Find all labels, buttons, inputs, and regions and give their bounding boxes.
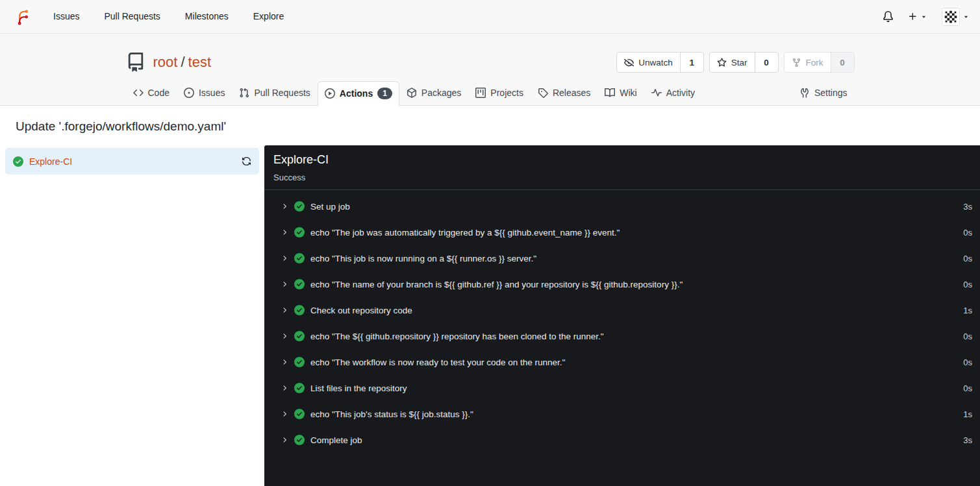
- notifications-bell-icon[interactable]: [883, 11, 894, 22]
- step-name: List files in the repository: [310, 383, 957, 393]
- tab-packages[interactable]: Packages: [399, 80, 468, 105]
- step-duration: 0s: [963, 280, 972, 289]
- fork-button: Fork: [785, 53, 831, 72]
- actions-count-badge: 1: [377, 88, 392, 99]
- job-status-text: Success: [273, 173, 971, 182]
- book-icon: [605, 88, 615, 98]
- step-row[interactable]: echo "The ${{ github.repository }} repos…: [281, 323, 972, 349]
- step-row[interactable]: echo "The workflow is now ready to test …: [281, 349, 972, 375]
- tools-icon: [799, 88, 810, 98]
- user-avatar: [942, 8, 960, 26]
- eye-closed-icon: [624, 58, 634, 67]
- package-icon: [407, 88, 417, 98]
- repo-owner-link[interactable]: root: [153, 54, 178, 71]
- step-row[interactable]: echo "This job's status is ${{ job.statu…: [281, 401, 972, 427]
- unwatch-button-group: Unwatch 1: [616, 52, 704, 73]
- chevron-right-icon[interactable]: [281, 202, 288, 210]
- check-circle-icon: [294, 201, 305, 212]
- step-name: Set up job: [310, 202, 957, 212]
- job-list-item-explore-ci[interactable]: Explore-CI: [5, 148, 259, 175]
- repo-breadcrumb: root / test: [153, 54, 212, 71]
- nav-issues[interactable]: Issues: [41, 0, 92, 33]
- step-row[interactable]: echo "The name of your branch is ${{ git…: [281, 271, 972, 297]
- chevron-right-icon[interactable]: [281, 410, 288, 418]
- step-row[interactable]: Complete job 3s: [281, 427, 972, 453]
- play-circle-icon: [325, 88, 335, 99]
- check-circle-icon: [294, 253, 305, 263]
- step-duration: 3s: [963, 435, 972, 445]
- user-menu[interactable]: [942, 8, 970, 26]
- chevron-down-icon: [920, 13, 927, 20]
- step-row[interactable]: Check out repository code 1s: [281, 297, 972, 323]
- code-icon: [133, 88, 144, 98]
- chevron-right-icon[interactable]: [281, 280, 288, 288]
- tab-settings[interactable]: Settings: [792, 80, 855, 105]
- star-icon: [717, 58, 727, 67]
- chevron-down-icon: [962, 13, 970, 20]
- step-name: echo "The workflow is now ready to test …: [310, 358, 957, 367]
- step-name: echo "The ${{ github.repository }} repos…: [310, 332, 957, 341]
- repo-action-buttons: Unwatch 1 Star 0 Fork 0: [616, 52, 854, 73]
- chevron-right-icon[interactable]: [281, 384, 288, 392]
- star-button-group: Star 0: [709, 52, 779, 73]
- pulse-icon: [651, 88, 662, 98]
- chevron-right-icon[interactable]: [281, 254, 288, 262]
- step-name: echo "The job was automatically triggere…: [310, 228, 957, 237]
- check-circle-icon: [13, 156, 23, 167]
- step-duration: 0s: [963, 332, 972, 341]
- plus-icon: [908, 12, 918, 21]
- tab-actions[interactable]: Actions 1: [318, 81, 399, 106]
- top-navbar: Issues Pull Requests Milestones Explore: [0, 0, 980, 34]
- issue-opened-icon: [184, 88, 194, 98]
- tab-activity[interactable]: Activity: [644, 80, 702, 105]
- nav-milestones[interactable]: Milestones: [173, 0, 241, 33]
- check-circle-icon: [294, 409, 305, 419]
- job-log-panel: Explore-CI Success Set up job 3s echo "T…: [264, 145, 980, 486]
- steps-list: Set up job 3s echo "The job was automati…: [264, 190, 980, 456]
- chevron-right-icon[interactable]: [281, 436, 288, 444]
- tab-issues[interactable]: Issues: [177, 80, 232, 105]
- step-name: Complete job: [310, 435, 957, 445]
- step-name: Check out repository code: [310, 306, 957, 315]
- repo-forked-icon: [792, 58, 801, 67]
- tab-projects[interactable]: Projects: [468, 80, 531, 105]
- stars-count[interactable]: 0: [755, 53, 778, 72]
- job-name: Explore-CI: [29, 156, 236, 167]
- step-row[interactable]: echo "This job is now running on a ${{ r…: [281, 245, 972, 271]
- nav-explore[interactable]: Explore: [241, 0, 296, 33]
- project-board-icon: [475, 88, 486, 98]
- job-panel-title: Explore-CI: [273, 153, 971, 167]
- star-button[interactable]: Star: [710, 53, 755, 72]
- step-duration: 3s: [963, 202, 972, 212]
- chevron-right-icon[interactable]: [281, 332, 288, 340]
- unwatch-button[interactable]: Unwatch: [617, 53, 680, 72]
- rerun-sync-icon[interactable]: [242, 156, 251, 166]
- step-row[interactable]: Set up job 3s: [281, 193, 972, 219]
- step-duration: 0s: [963, 228, 972, 237]
- create-new-menu[interactable]: [908, 12, 927, 21]
- check-circle-icon: [294, 227, 305, 237]
- tab-releases[interactable]: Releases: [531, 80, 597, 105]
- forgejo-logo-icon[interactable]: [14, 8, 32, 25]
- nav-pull-requests[interactable]: Pull Requests: [92, 0, 172, 33]
- repo-name-link[interactable]: test: [188, 54, 211, 71]
- chevron-right-icon[interactable]: [281, 228, 288, 236]
- step-duration: 0s: [963, 383, 972, 393]
- step-row[interactable]: List files in the repository 0s: [281, 375, 972, 401]
- chevron-right-icon[interactable]: [281, 358, 288, 366]
- job-panel-header: Explore-CI Success: [264, 145, 980, 190]
- step-row[interactable]: echo "The job was automatically triggere…: [281, 219, 972, 245]
- step-name: echo "This job's status is ${{ job.statu…: [310, 409, 957, 419]
- fork-button-group: Fork 0: [784, 52, 855, 73]
- chevron-right-icon[interactable]: [281, 306, 288, 314]
- watchers-count[interactable]: 1: [680, 53, 703, 72]
- step-name: echo "This job is now running on a ${{ r…: [310, 254, 957, 263]
- tab-code[interactable]: Code: [126, 80, 177, 105]
- repo-separator: /: [181, 54, 184, 71]
- forks-count: 0: [831, 53, 854, 72]
- check-circle-icon: [294, 331, 305, 341]
- tab-wiki[interactable]: Wiki: [597, 80, 644, 105]
- tab-pull-requests[interactable]: Pull Requests: [232, 80, 317, 105]
- step-duration: 0s: [963, 254, 972, 263]
- repo-header: root / test Unwatch 1 Star 0: [0, 34, 980, 106]
